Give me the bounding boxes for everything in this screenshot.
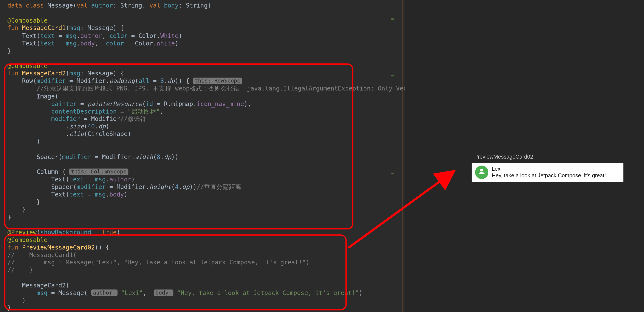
inlay-columnscope: this: ColumnScope xyxy=(69,168,128,175)
person-icon xyxy=(478,167,486,177)
code-editor[interactable]: data class Message(val author: String, v… xyxy=(0,0,400,312)
preview-author: Lexi xyxy=(492,166,606,172)
change-marker xyxy=(391,75,394,76)
inlay-body: body: xyxy=(154,289,173,296)
inlay-author: author: xyxy=(91,289,118,296)
preview-card: Lexi Hey, take a look at Jetpack Compose… xyxy=(472,163,624,182)
avatar xyxy=(475,166,488,179)
code-block: data class Message(val author: String, v… xyxy=(8,2,400,312)
change-marker xyxy=(391,18,394,20)
preview-pane: PreviewMessageCard02 Lexi Hey, take a lo… xyxy=(405,0,644,312)
editor-preview-divider[interactable] xyxy=(402,0,403,312)
inlay-rowscope: this: RowScope xyxy=(193,78,242,84)
preview-body: Hey, take a look at Jetpack Compose, it'… xyxy=(492,172,606,179)
change-marker xyxy=(391,173,394,174)
preview-title: PreviewMessageCard02 xyxy=(474,153,533,160)
